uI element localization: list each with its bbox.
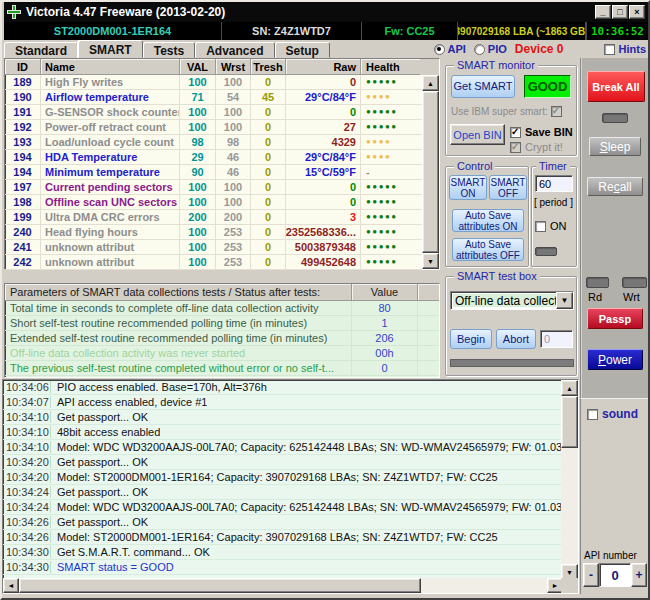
cell-health: - (361, 165, 420, 179)
cell-wrst: 100 (216, 195, 251, 209)
tab-standard[interactable]: Standard (4, 42, 78, 58)
health-dots-icon: ●●●●● (366, 228, 398, 236)
health-dots-icon: ●●●●● (366, 108, 398, 116)
spinner-minus-button[interactable]: - (583, 563, 599, 587)
status-value: 80 (352, 301, 418, 315)
table-row[interactable]: 197Current pending sectors10010000●●●●● (5, 180, 422, 195)
log-scroll-up-icon[interactable]: ▲ (561, 380, 578, 396)
cell-name: Ultra DMA CRC errors (41, 210, 180, 224)
minimize-button[interactable]: _ (595, 5, 611, 19)
log-body: 10:34:06PIO access enabled. Base=170h, A… (3, 380, 563, 580)
auto-save-on-button[interactable]: Auto Save attributes ON (452, 209, 524, 232)
table-row[interactable]: 242unknown attribut1002530499452648●●●●● (5, 255, 422, 270)
timer-on-checkbox[interactable] (535, 221, 546, 232)
sound-checkbox[interactable] (587, 409, 598, 420)
cell-tresh: 0 (251, 255, 286, 269)
firmware-display: Fw: CC25 (362, 22, 458, 40)
table-row[interactable]: 198Offline scan UNC sectors10010000●●●●● (5, 195, 422, 210)
api-radio-label: API (448, 43, 466, 55)
smart-on-button[interactable]: SMART ON (449, 175, 487, 200)
api-number-field[interactable] (599, 563, 631, 587)
cell-val: 29 (180, 150, 216, 164)
auto-save-off-button[interactable]: Auto Save attributes OFF (452, 238, 524, 261)
health-dots-icon: ●●●●● (366, 183, 398, 191)
passp-button[interactable]: Passp (587, 308, 643, 329)
log-text: Model: WDC WD3200AAJS-00L7A0; Capacity: … (51, 501, 563, 513)
ibm-smart-label: Use IBM super smart: (451, 106, 548, 117)
log-text: API access enabled, device #1 (51, 396, 207, 408)
log-text: Get passport... OK (51, 516, 148, 528)
tab-advanced[interactable]: Advanced (195, 42, 274, 58)
recall-button[interactable]: Recall (587, 177, 643, 196)
log-time: 10:34:30 (3, 561, 51, 573)
save-bin-checkbox[interactable] (510, 127, 521, 138)
save-bin-label: Save BIN (525, 126, 573, 138)
get-smart-button[interactable]: Get SMART (451, 75, 515, 98)
spinner-plus-button[interactable]: + (631, 563, 647, 587)
tab-smart[interactable]: SMART (78, 40, 143, 58)
log-time: 10:34:10 (3, 441, 51, 453)
abort-button[interactable]: Abort (496, 329, 536, 349)
dropdown-arrow-icon[interactable]: ▼ (556, 292, 573, 309)
begin-button[interactable]: Begin (450, 329, 492, 349)
smart-off-button[interactable]: SMART OFF (489, 175, 527, 200)
cell-health: ●●●●● (361, 240, 420, 254)
log-scroll-left-icon[interactable]: ◄ (3, 578, 19, 593)
timer-on-label: ON (550, 220, 567, 232)
pio-radio[interactable] (474, 44, 485, 55)
status-value: 00h (352, 346, 418, 360)
cell-val: 71 (180, 90, 216, 104)
table-row[interactable]: 240Head flying hours10025302352568336...… (5, 225, 422, 240)
timer-period-input[interactable] (535, 175, 573, 192)
status-header-value: Value (352, 284, 418, 301)
table-row[interactable]: 241unknown attribut10025305003879348●●●●… (5, 240, 422, 255)
test-type-dropdown[interactable]: Off-line data collect ▼ (450, 291, 574, 310)
status-row: The previous self-test routine completed… (5, 361, 439, 376)
table-row[interactable]: 193Load/unload cycle count989804329●●●● (5, 135, 422, 150)
open-bin-button[interactable]: Open BIN (450, 124, 505, 145)
status-row: Short self-test routine recommended poll… (5, 316, 439, 331)
table-row[interactable]: 190Airflow temperature71544529°C/84°F●●●… (5, 90, 422, 105)
ibm-smart-checkbox[interactable] (551, 106, 562, 117)
status-header: Parameters of SMART data collections tes… (5, 284, 439, 301)
scroll-up-icon[interactable]: ▲ (422, 75, 439, 91)
cell-wrst: 98 (216, 135, 251, 149)
table-row[interactable]: 199Ultra DMA CRC errors20020003●●●●● (5, 210, 422, 225)
status-filler (418, 346, 439, 360)
scroll-down-icon[interactable]: ▼ (422, 253, 439, 269)
victoria-cross-icon (7, 5, 21, 19)
sleep-button[interactable]: Sleep (589, 137, 641, 156)
cell-id: 241 (5, 240, 41, 254)
save-bin-row: Save BIN (510, 126, 573, 138)
cell-raw: 4329 (286, 135, 361, 149)
power-button[interactable]: Power (587, 349, 643, 370)
table-scrollbar: ▲ ▼ (422, 75, 439, 269)
test-count-input[interactable] (540, 330, 573, 348)
close-button[interactable]: × (629, 5, 645, 19)
log-row: 10:34:26Get passport... OK (3, 515, 563, 530)
cell-wrst: 100 (216, 75, 251, 89)
cell-health: ●●●●● (361, 120, 420, 134)
table-row[interactable]: 194Minimum temperature9046015°C/59°F- (5, 165, 422, 180)
scroll-thumb[interactable] (422, 91, 439, 253)
maximize-button[interactable]: □ (612, 5, 628, 19)
log-vscroll-thumb[interactable] (561, 396, 578, 448)
tab-setup[interactable]: Setup (275, 42, 330, 58)
break-all-button[interactable]: Break All (587, 71, 645, 102)
status-row: Total time in seconds to complete off-li… (5, 301, 439, 316)
table-row[interactable]: 192Power-off retract count100100027●●●●● (5, 120, 422, 135)
test-box-title: SMART test box (454, 270, 540, 282)
table-row[interactable]: 194HDA Temperature2946029°C/84°F●●●● (5, 150, 422, 165)
log-hscroll-thumb[interactable] (19, 578, 421, 593)
log-row: 10:34:30SMART status = GOOD (3, 560, 563, 575)
table-row[interactable]: 189High Fly writes10010000●●●●● (5, 75, 422, 90)
hints-checkbox[interactable] (604, 44, 615, 55)
api-radio[interactable] (434, 44, 445, 55)
log-time: 10:34:10 (3, 411, 51, 423)
tab-tests[interactable]: Tests (143, 42, 195, 58)
health-dots-icon: ●●●●● (366, 213, 398, 221)
log-time: 10:34:10 (3, 426, 51, 438)
status-text: Off-line data collection activity was ne… (5, 346, 352, 360)
crypt-checkbox[interactable] (510, 142, 521, 153)
table-row[interactable]: 191G-SENSOR shock counter10010000●●●●● (5, 105, 422, 120)
